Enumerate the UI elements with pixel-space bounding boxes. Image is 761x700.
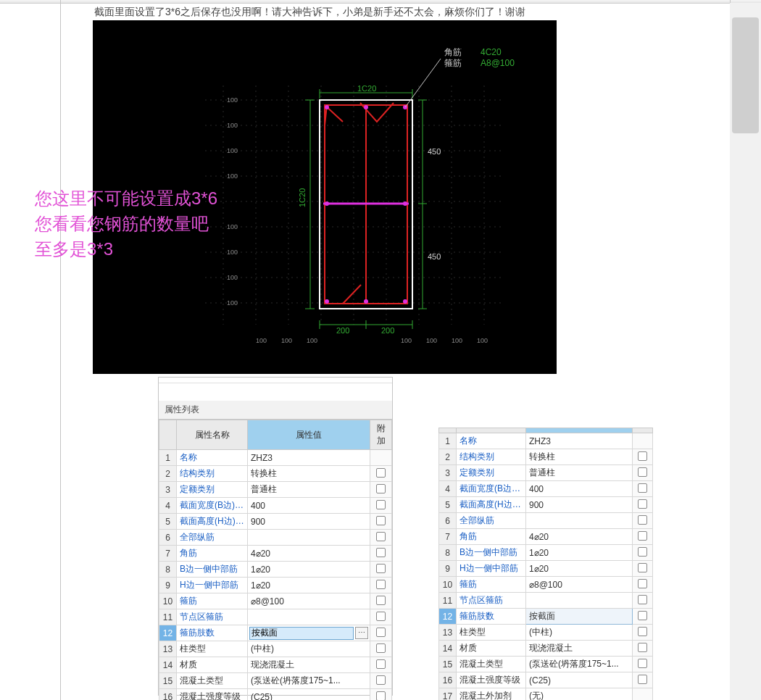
property-value[interactable]: (C25) — [248, 689, 370, 701]
property-value[interactable]: 普通柱 — [526, 465, 633, 481]
property-value[interactable]: ZHZ3 — [526, 433, 633, 449]
table-row[interactable]: 10箍筋⌀8@100 — [439, 577, 653, 593]
property-value[interactable]: (泵送砼(坍落度175~1... — [526, 657, 633, 672]
property-extra-checkbox-cell[interactable] — [633, 545, 653, 561]
table-row[interactable]: 6全部纵筋 — [439, 513, 653, 529]
checkbox-icon[interactable] — [638, 675, 647, 684]
property-value[interactable]: 4⌀20 — [526, 529, 633, 545]
checkbox-icon[interactable] — [638, 643, 647, 652]
property-value[interactable]: 1⌀20 — [526, 545, 633, 561]
checkbox-icon[interactable] — [376, 596, 386, 605]
table-row[interactable]: 7角筋4⌀20 — [159, 546, 392, 562]
property-extra-checkbox-cell[interactable] — [633, 593, 653, 609]
checkbox-icon[interactable] — [376, 691, 386, 701]
property-extra-checkbox-cell[interactable] — [370, 578, 392, 593]
table-row[interactable]: 14材质现浇混凝土 — [159, 657, 392, 673]
property-extra-checkbox-cell[interactable] — [370, 657, 392, 673]
table-row[interactable]: 4截面宽度(B边)(...400 — [439, 481, 653, 497]
checkbox-icon[interactable] — [638, 515, 647, 525]
table-row[interactable]: 9H边一侧中部筋1⌀20 — [439, 561, 653, 577]
checkbox-icon[interactable] — [376, 675, 386, 685]
property-extra-checkbox-cell[interactable] — [633, 641, 653, 657]
property-extra-checkbox-cell[interactable] — [370, 689, 392, 701]
property-extra-checkbox-cell[interactable] — [633, 465, 653, 481]
checkbox-icon[interactable] — [638, 595, 647, 604]
checkbox-icon[interactable] — [376, 628, 386, 637]
property-extra-checkbox-cell[interactable] — [633, 625, 653, 641]
property-value[interactable]: ⌀8@100 — [526, 577, 633, 593]
table-row[interactable]: 1名称ZHZ3 — [159, 450, 392, 466]
property-value[interactable]: 现浇混凝土 — [248, 657, 370, 673]
checkbox-icon[interactable] — [376, 564, 386, 573]
checkbox-icon[interactable] — [638, 483, 647, 493]
ellipsis-button[interactable]: ⋯ — [355, 627, 368, 639]
property-extra-checkbox-cell[interactable] — [370, 514, 392, 530]
checkbox-icon[interactable] — [638, 547, 647, 557]
property-extra-checkbox-cell[interactable] — [633, 513, 653, 529]
table-row[interactable]: 10箍筋⌀8@100 — [159, 593, 392, 609]
property-extra-checkbox-cell[interactable] — [370, 609, 392, 625]
property-extra-checkbox-cell[interactable] — [633, 609, 653, 625]
checkbox-icon[interactable] — [638, 579, 647, 588]
checkbox-icon[interactable] — [376, 612, 386, 621]
table-row[interactable]: 15混凝土类型(泵送砼(坍落度175~1... — [159, 673, 392, 689]
checkbox-icon[interactable] — [638, 467, 647, 477]
property-extra-checkbox-cell[interactable] — [633, 481, 653, 497]
table-row[interactable]: 13柱类型(中柱) — [439, 625, 653, 641]
table-row[interactable]: 11节点区箍筋 — [159, 609, 392, 625]
checkbox-icon[interactable] — [638, 627, 647, 636]
property-extra-checkbox-cell[interactable] — [633, 688, 653, 701]
property-extra-checkbox-cell[interactable] — [633, 449, 653, 465]
property-extra-checkbox-cell[interactable] — [370, 641, 392, 657]
table-row[interactable]: 1名称ZHZ3 — [439, 433, 653, 449]
property-value[interactable]: 转换柱 — [248, 466, 370, 482]
property-value[interactable]: 400 — [526, 481, 633, 497]
checkbox-icon[interactable] — [638, 451, 647, 461]
property-extra-checkbox-cell[interactable] — [370, 498, 392, 514]
property-edit-input[interactable] — [249, 627, 354, 640]
table-row[interactable]: 14材质现浇混凝土 — [439, 641, 653, 657]
property-value[interactable]: 400 — [248, 498, 370, 514]
property-value[interactable]: 转换柱 — [526, 449, 633, 465]
table-row[interactable]: 17混凝土外加剂(无) — [439, 688, 653, 701]
checkbox-icon[interactable] — [376, 580, 386, 589]
property-extra-checkbox-cell[interactable] — [633, 657, 653, 672]
table-row[interactable]: 16混凝土强度等级(C25) — [439, 672, 653, 688]
property-extra-checkbox-cell[interactable] — [633, 672, 653, 688]
property-extra-checkbox-cell[interactable] — [370, 625, 392, 641]
checkbox-icon[interactable] — [376, 532, 386, 541]
checkbox-icon[interactable] — [638, 531, 647, 541]
property-value[interactable]: 1⌀20 — [526, 561, 633, 577]
checkbox-icon[interactable] — [376, 484, 386, 493]
property-value[interactable]: 900 — [248, 514, 370, 530]
table-row[interactable]: 6全部纵筋 — [159, 530, 392, 546]
property-value[interactable]: ZHZ3 — [248, 450, 370, 466]
property-value[interactable]: 按截面 — [526, 609, 633, 625]
checkbox-icon[interactable] — [376, 659, 386, 669]
property-value[interactable] — [526, 593, 633, 609]
table-row[interactable]: 12箍筋肢数按截面 — [439, 609, 653, 625]
property-value[interactable]: 4⌀20 — [248, 546, 370, 562]
property-extra-checkbox-cell[interactable] — [370, 593, 392, 609]
property-value[interactable]: 现浇混凝土 — [526, 641, 633, 657]
property-value[interactable]: (C25) — [526, 672, 633, 688]
property-value[interactable]: (泵送砼(坍落度175~1... — [248, 673, 370, 689]
checkbox-icon[interactable] — [376, 643, 386, 653]
property-extra-checkbox-cell[interactable] — [633, 433, 653, 449]
property-extra-checkbox-cell[interactable] — [633, 497, 653, 513]
property-extra-checkbox-cell[interactable] — [370, 482, 392, 498]
table-row[interactable]: 8B边一侧中部筋1⌀20 — [439, 545, 653, 561]
table-row[interactable]: 5截面高度(H边)(...900 — [439, 497, 653, 513]
property-extra-checkbox-cell[interactable] — [370, 546, 392, 562]
property-value[interactable]: (无) — [526, 688, 633, 701]
property-value[interactable]: (中柱) — [526, 625, 633, 641]
checkbox-icon[interactable] — [638, 659, 647, 668]
table-row[interactable]: 9H边一侧中部筋1⌀20 — [159, 578, 392, 593]
table-row[interactable]: 2结构类别转换柱 — [159, 466, 392, 482]
vertical-scrollbar[interactable] — [730, 3, 761, 700]
table-row[interactable]: 4截面宽度(B边)(...400 — [159, 498, 392, 514]
property-extra-checkbox-cell[interactable] — [370, 530, 392, 546]
property-extra-checkbox-cell[interactable] — [370, 673, 392, 689]
table-row[interactable]: 12箍筋肢数⋯ — [159, 625, 392, 641]
property-value[interactable]: ⋯ — [248, 625, 370, 641]
